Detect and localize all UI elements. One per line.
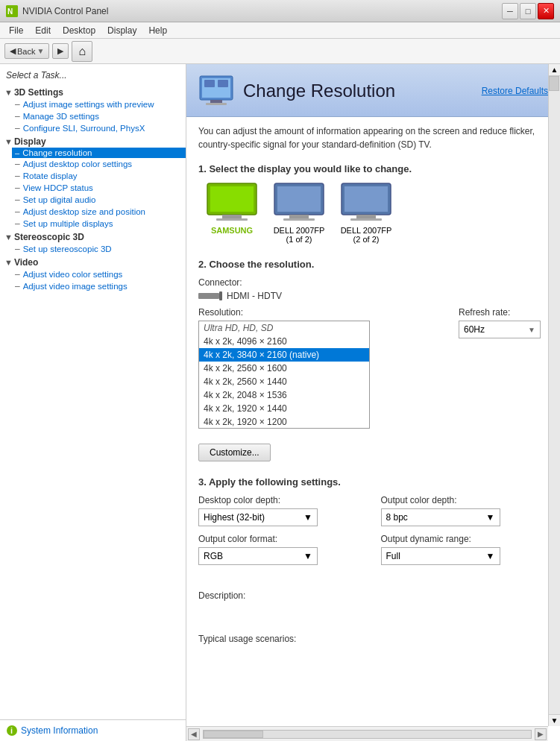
sidebar-item-multiple-displays[interactable]: – Set up multiple displays xyxy=(12,218,186,230)
sidebar-bottom: i System Information xyxy=(0,719,186,741)
sidebar-link-digital-audio[interactable]: Set up digital audio xyxy=(23,195,96,204)
output-dynamic-range-select[interactable]: Full ▼ xyxy=(381,547,500,565)
svg-rect-16 xyxy=(289,215,309,218)
sidebar-item-video-image[interactable]: – Adjust video image settings xyxy=(12,280,186,292)
home-button[interactable]: ⌂ xyxy=(72,41,92,62)
child-bullet: – xyxy=(15,148,19,157)
display-dell1-label: DELL 2007FP(1 of 2) xyxy=(274,226,325,244)
display-samsung[interactable]: SAMSUNG xyxy=(206,182,258,235)
svg-rect-13 xyxy=(216,218,248,221)
customize-area: Customize... xyxy=(198,436,548,461)
restore-defaults-button[interactable]: Restore Defaults xyxy=(482,86,548,96)
tree-group-3d-settings[interactable]: ▼ 3D Settings xyxy=(0,85,186,98)
tree-group-video[interactable]: ▼ Video xyxy=(0,255,186,268)
resolution-listbox[interactable]: Ultra HD, HD, SD 4k x 2k, 4096 × 2160 4k… xyxy=(198,321,370,429)
sidebar-item-adjust-image[interactable]: – Adjust image settings with preview xyxy=(12,98,186,110)
horizontal-scroll-thumb[interactable] xyxy=(204,731,263,738)
menu-edit[interactable]: Edit xyxy=(29,24,57,37)
sidebar-item-rotate-display[interactable]: – Rotate display xyxy=(12,170,186,182)
listbox-item-4k1920-1200[interactable]: 4k x 2k, 1920 × 1200 xyxy=(199,415,369,429)
child-bullet: – xyxy=(15,183,20,193)
scroll-thumb[interactable] xyxy=(549,76,559,91)
sidebar-link-video-color[interactable]: Adjust video color settings xyxy=(23,270,123,279)
sidebar-item-video-color[interactable]: – Adjust video color settings xyxy=(12,268,186,280)
listbox-item-4k4096[interactable]: 4k x 2k, 4096 × 2160 xyxy=(199,335,369,348)
customize-button[interactable]: Customize... xyxy=(198,444,271,461)
minimize-button[interactable]: ─ xyxy=(502,3,518,19)
refresh-rate-select[interactable]: 60Hz ▼ xyxy=(459,321,541,338)
nvidia-icon: N xyxy=(6,5,18,17)
menu-display[interactable]: Display xyxy=(101,24,142,37)
svg-text:N: N xyxy=(7,7,13,16)
maximize-button[interactable]: □ xyxy=(520,3,536,19)
output-dynamic-range-arrow: ▼ xyxy=(486,551,495,561)
home-icon: ⌂ xyxy=(79,45,86,58)
sidebar-link-manage-3d[interactable]: Manage 3D settings xyxy=(23,112,99,121)
sidebar-link-hdcp[interactable]: View HDCP status xyxy=(23,183,93,192)
sidebar-item-hdcp-status[interactable]: – View HDCP status xyxy=(12,182,186,194)
sidebar-link-rotate-display[interactable]: Rotate display xyxy=(23,171,78,180)
output-color-depth-label: Output color depth: xyxy=(381,495,549,505)
forward-button[interactable]: ▶ xyxy=(52,43,69,59)
resolution-left: Resolution: Ultra HD, HD, SD 4k x 2k, 40… xyxy=(198,307,444,429)
sidebar-link-desktop-color[interactable]: Adjust desktop color settings xyxy=(23,160,132,168)
scroll-right-button[interactable]: ▶ xyxy=(535,728,547,740)
child-bullet: – xyxy=(15,195,20,205)
svg-text:i: i xyxy=(10,726,13,735)
child-bullet: – xyxy=(15,269,20,280)
setting-output-color-depth: Output color depth: 8 bpc ▼ xyxy=(381,495,549,526)
listbox-item-4k1920-1440[interactable]: 4k x 2k, 1920 × 1440 xyxy=(199,402,369,415)
close-button[interactable]: ✕ xyxy=(538,3,554,19)
refresh-rate-label: Refresh rate: xyxy=(459,307,548,318)
svg-rect-23 xyxy=(219,291,222,300)
group-label-stereoscopic: Stereoscopic 3D xyxy=(14,232,84,242)
content-header: Change Resolution Restore Defaults xyxy=(186,64,560,117)
display-dell-2[interactable]: DELL 2007FP(2 of 2) xyxy=(340,182,392,244)
scroll-left-button[interactable]: ◀ xyxy=(188,728,200,740)
tree-group-stereoscopic[interactable]: ▼ Stereoscopic 3D xyxy=(0,230,186,243)
sidebar-item-change-resolution[interactable]: – Change resolution xyxy=(12,148,186,158)
menu-desktop[interactable]: Desktop xyxy=(57,24,101,37)
tree-children-stereoscopic: – Set up stereoscopic 3D xyxy=(0,243,186,255)
desktop-color-depth-label: Desktop color depth: xyxy=(198,495,366,505)
listbox-container: Ultra HD, HD, SD 4k x 2k, 4096 × 2160 4k… xyxy=(198,321,444,429)
sidebar-link-change-resolution[interactable]: Change resolution xyxy=(22,148,92,157)
sidebar-item-digital-audio[interactable]: – Set up digital audio xyxy=(12,194,186,206)
desktop-color-depth-value: Highest (32-bit) xyxy=(204,512,265,523)
scroll-up-button[interactable]: ▲ xyxy=(549,64,560,76)
system-info-link[interactable]: i System Information xyxy=(6,725,180,737)
svg-rect-7 xyxy=(206,103,227,105)
sidebar-link-configure-sli[interactable]: Configure SLI, Surround, PhysX xyxy=(23,124,145,133)
menu-help[interactable]: Help xyxy=(142,24,173,37)
sidebar: Select a Task... ▼ 3D Settings – Adjust … xyxy=(0,64,186,741)
listbox-item-4k2560-1600[interactable]: 4k x 2k, 2560 × 1600 xyxy=(199,362,369,375)
child-bullet: – xyxy=(15,281,20,291)
listbox-item-4k3840[interactable]: 4k x 2k, 3840 × 2160 (native) xyxy=(199,348,369,362)
output-color-depth-select[interactable]: 8 bpc ▼ xyxy=(381,508,500,526)
sidebar-item-configure-sli[interactable]: – Configure SLI, Surround, PhysX xyxy=(12,122,186,134)
back-button[interactable]: ◀ Back ▼ xyxy=(4,43,49,59)
sidebar-item-desktop-color[interactable]: – Adjust desktop color settings xyxy=(12,158,186,170)
output-color-depth-arrow: ▼ xyxy=(486,512,495,523)
desktop-color-depth-arrow: ▼ xyxy=(303,512,312,523)
svg-rect-9 xyxy=(218,80,228,87)
sidebar-link-video-image[interactable]: Adjust video image settings xyxy=(23,282,128,291)
sidebar-link-stereoscopic[interactable]: Set up stereoscopic 3D xyxy=(23,245,112,253)
desktop-color-depth-select[interactable]: Highest (32-bit) ▼ xyxy=(198,508,318,526)
tree-group-display[interactable]: ▼ Display xyxy=(0,134,186,148)
output-color-format-select[interactable]: RGB ▼ xyxy=(198,547,318,565)
scroll-down-button[interactable]: ▼ xyxy=(549,714,560,726)
title-bar-title: NVIDIA Control Panel xyxy=(22,6,108,16)
menu-file[interactable]: File xyxy=(3,24,29,37)
listbox-item-4k2048[interactable]: 4k x 2k, 2048 × 1536 xyxy=(199,388,369,402)
display-dell-1[interactable]: DELL 2007FP(1 of 2) xyxy=(273,182,325,244)
sidebar-item-desktop-size[interactable]: – Adjust desktop size and position xyxy=(12,206,186,218)
back-dropdown-icon[interactable]: ▼ xyxy=(37,47,44,55)
listbox-item-4k2560-1440[interactable]: 4k x 2k, 2560 × 1440 xyxy=(199,375,369,388)
resolution-area: Resolution: Ultra HD, HD, SD 4k x 2k, 40… xyxy=(198,307,548,429)
sidebar-item-setup-stereoscopic[interactable]: – Set up stereoscopic 3D xyxy=(12,243,186,255)
sidebar-link-adjust-image[interactable]: Adjust image settings with preview xyxy=(23,100,154,109)
sidebar-item-manage-3d[interactable]: – Manage 3D settings xyxy=(12,110,186,122)
sidebar-link-desktop-size[interactable]: Adjust desktop size and position xyxy=(23,207,145,216)
sidebar-link-multiple-displays[interactable]: Set up multiple displays xyxy=(23,219,113,228)
